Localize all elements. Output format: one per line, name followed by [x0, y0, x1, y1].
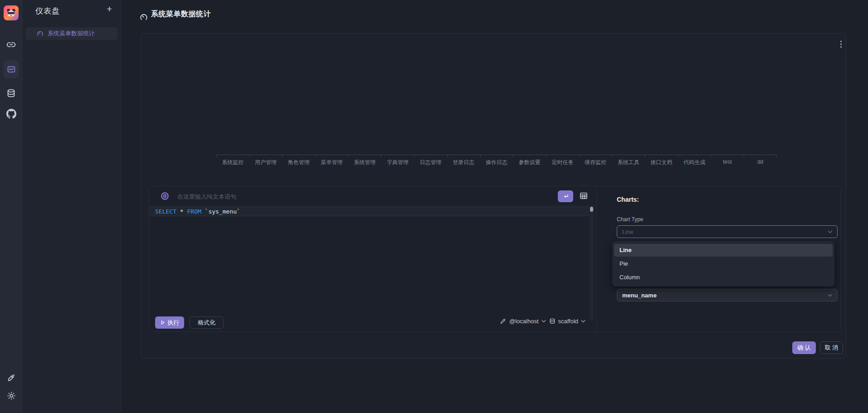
dropdown-option-line[interactable]: Line	[614, 244, 833, 257]
kebab-menu-icon[interactable]	[838, 41, 844, 48]
gauge-icon	[140, 13, 148, 21]
axis-label: 登录日志	[447, 159, 480, 166]
link-icon[interactable]	[6, 39, 16, 50]
dashboard-chart-panel: 系统监控 用户管理 角色管理 菜单管理 系统管理 字典管理 日志管理 登录日志 …	[141, 33, 846, 359]
editor-charts-divider	[596, 186, 597, 331]
github-icon[interactable]	[6, 108, 16, 119]
chevron-down-icon	[828, 294, 833, 297]
axis-label: 接口文档	[645, 159, 678, 166]
axis-label: 日志管理	[414, 159, 447, 166]
gauge-icon	[37, 30, 44, 37]
chevron-down-icon	[541, 320, 546, 323]
axis-label: dd	[744, 159, 777, 166]
connection-select[interactable]: @localhost	[500, 318, 546, 325]
axis-label: 代码生成	[678, 159, 711, 166]
run-button[interactable]: 执行	[155, 316, 184, 329]
editor-scrollbar-thumb[interactable]	[590, 207, 593, 212]
run-button-label: 执行	[168, 319, 180, 327]
axis-label: test	[711, 159, 744, 166]
panda-logo[interactable]	[4, 5, 19, 20]
dashboard-nav-active[interactable]	[4, 60, 19, 78]
chart-type-label: Chart Type	[617, 216, 643, 223]
confirm-button[interactable]: 确 认	[792, 341, 816, 354]
axis-label: 系统监控	[216, 159, 249, 166]
axis-label: 缓存监控	[579, 159, 612, 166]
database-small-icon	[549, 318, 556, 325]
page-title: 系统菜单数据统计	[151, 10, 211, 19]
chart-x-axis-ticks	[216, 155, 777, 157]
chevron-down-icon	[828, 230, 833, 233]
sql-text: *	[176, 208, 187, 215]
chart-type-select[interactable]: Line	[617, 225, 838, 238]
sql-table: `sys_menu`	[201, 208, 240, 215]
chevron-down-icon	[581, 320, 585, 323]
axis-label: 角色管理	[282, 159, 315, 166]
database-name: scaffold	[558, 318, 579, 325]
axis-label: 字典管理	[381, 159, 414, 166]
charts-panel-title: Charts:	[617, 196, 639, 203]
submit-nl-button[interactable]	[558, 190, 573, 202]
yaxis-select[interactable]: menu_name	[617, 289, 838, 301]
sidebar-item-label: 系统菜单数据统计	[48, 29, 95, 38]
format-button[interactable]: 格式化	[190, 316, 224, 329]
panda-logo-icon	[6, 8, 16, 18]
dashboard-sidebar: 仪表盘 + 系统菜单数据统计	[22, 0, 122, 413]
line-chart-icon	[7, 65, 16, 74]
axis-label: 系统工具	[612, 159, 645, 166]
axis-label: 菜单管理	[315, 159, 348, 166]
axis-label: 参数设置	[513, 159, 546, 166]
enter-icon	[562, 193, 569, 200]
cancel-button[interactable]: 取 消	[820, 341, 843, 354]
sidebar-item-dashboard[interactable]: 系统菜单数据统计	[26, 27, 118, 40]
axis-label: 定时任务	[546, 159, 579, 166]
dropdown-option-column[interactable]: Column	[614, 271, 833, 284]
chart-x-axis-labels: 系统监控 用户管理 角色管理 菜单管理 系统管理 字典管理 日志管理 登录日志 …	[216, 159, 777, 166]
main-area: 系统菜单数据统计 系统监控 用户管理 角色管理 菜单管理 系统管理 字典管理 日…	[122, 0, 868, 413]
database-select[interactable]: scaffold	[549, 318, 586, 325]
app-root: 仪表盘 + 系统菜单数据统计 系统菜单数据统计 系统监控 用户管理 角色管理	[0, 0, 868, 413]
axis-label: 用户管理	[249, 159, 283, 166]
rocket-icon[interactable]	[6, 373, 16, 383]
dropdown-option-pie[interactable]: Pie	[614, 258, 833, 270]
editor-scrollbar[interactable]	[590, 206, 594, 320]
pen-icon	[500, 318, 507, 325]
connection-name: @localhost	[509, 318, 539, 325]
query-editor-container: 在这里输入纯文本语句 SELECT * FROM `sys_menu`	[149, 186, 841, 332]
table-icon[interactable]	[579, 191, 588, 200]
sql-keyword: SELECT	[155, 208, 176, 215]
connection-bar: @localhost scaffold	[500, 318, 585, 325]
axis-label: 系统管理	[348, 159, 381, 166]
sql-keyword: FROM	[187, 208, 201, 215]
axis-label: 操作日志	[480, 159, 513, 166]
chart-type-value: Line	[622, 228, 634, 235]
add-dashboard-button[interactable]: +	[107, 4, 112, 15]
nl-input[interactable]: 在这里输入纯文本语句	[177, 193, 236, 201]
gear-icon[interactable]	[6, 390, 16, 401]
yaxis-value: menu_name	[622, 292, 657, 299]
nl-input-bar: 在这里输入纯文本语句	[149, 186, 596, 206]
sql-editor-line[interactable]: SELECT * FROM `sys_menu`	[149, 207, 589, 216]
ai-circle-icon	[160, 191, 170, 201]
play-icon	[160, 320, 165, 325]
chart-type-dropdown: Line Pie Column	[612, 241, 834, 287]
sidebar-title: 仪表盘	[35, 6, 60, 16]
activity-bar	[0, 0, 22, 413]
database-icon[interactable]	[6, 88, 16, 98]
